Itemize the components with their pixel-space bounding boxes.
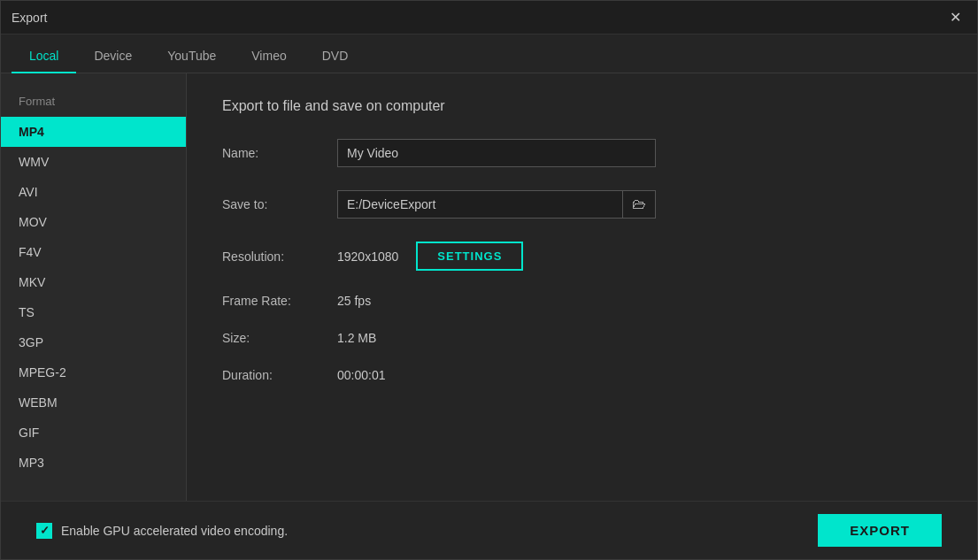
panel-title: Export to file and save on computer (222, 98, 942, 114)
gpu-checkbox-label: Enable GPU accelerated video encoding. (61, 524, 288, 538)
folder-icon: 🗁 (632, 196, 646, 211)
sidebar-item-gif[interactable]: GIF (1, 418, 186, 448)
tab-local[interactable]: Local (12, 40, 76, 73)
export-window: Export ✕ Local Device YouTube Vimeo DVD … (0, 0, 978, 560)
duration-label: Duration: (222, 368, 337, 382)
format-label: Format (1, 89, 186, 117)
tab-device[interactable]: Device (76, 40, 150, 73)
gpu-checkbox[interactable] (36, 523, 52, 539)
sidebar-item-avi[interactable]: AVI (1, 177, 186, 207)
save-to-label: Save to: (222, 197, 337, 211)
sidebar-item-webm[interactable]: WEBM (1, 387, 186, 418)
name-input[interactable] (337, 139, 656, 167)
main-panel: Export to file and save on computer Name… (187, 73, 977, 501)
frame-rate-value: 25 fps (337, 294, 371, 308)
frame-rate-label: Frame Rate: (222, 294, 337, 308)
export-button[interactable]: EXPORT (818, 514, 942, 547)
name-label: Name: (222, 146, 337, 160)
tab-dvd[interactable]: DVD (304, 40, 366, 73)
sidebar-item-wmv[interactable]: WMV (1, 147, 186, 177)
tab-youtube[interactable]: YouTube (150, 40, 234, 73)
duration-value: 00:00:01 (337, 368, 386, 382)
title-bar: Export ✕ (1, 1, 977, 35)
gpu-checkbox-wrapper[interactable]: Enable GPU accelerated video encoding. (36, 523, 288, 539)
folder-button[interactable]: 🗁 (622, 191, 655, 218)
close-button[interactable]: ✕ (944, 7, 966, 27)
resolution-label: Resolution: (222, 249, 337, 264)
tab-bar: Local Device YouTube Vimeo DVD (1, 35, 977, 73)
save-to-wrapper: 🗁 (337, 190, 656, 219)
sidebar-item-ts[interactable]: TS (1, 297, 186, 327)
sidebar-item-mov[interactable]: MOV (1, 207, 186, 237)
size-row: Size: 1.2 MB (222, 331, 942, 345)
resolution-value: 1920x1080 (337, 249, 398, 264)
settings-button[interactable]: SETTINGS (416, 242, 523, 271)
size-label: Size: (222, 331, 337, 345)
size-value: 1.2 MB (337, 331, 376, 345)
sidebar-item-mkv[interactable]: MKV (1, 267, 186, 297)
duration-row: Duration: 00:00:01 (222, 368, 942, 382)
sidebar: Format MP4 WMV AVI MOV F4V MKV TS 3GP MP… (1, 73, 187, 501)
frame-rate-row: Frame Rate: 25 fps (222, 294, 942, 308)
save-to-row: Save to: 🗁 (222, 190, 942, 219)
content-area: Format MP4 WMV AVI MOV F4V MKV TS 3GP MP… (1, 73, 977, 501)
save-to-input[interactable] (338, 191, 622, 218)
sidebar-item-mp4[interactable]: MP4 (1, 117, 186, 147)
resolution-row: Resolution: 1920x1080 SETTINGS (222, 242, 942, 271)
name-row: Name: (222, 139, 942, 167)
bottom-bar: Enable GPU accelerated video encoding. E… (1, 501, 977, 559)
sidebar-item-mpeg2[interactable]: MPEG-2 (1, 357, 186, 387)
sidebar-item-f4v[interactable]: F4V (1, 237, 186, 267)
sidebar-item-mp3[interactable]: MP3 (1, 448, 186, 478)
sidebar-item-3gp[interactable]: 3GP (1, 327, 186, 357)
tab-vimeo[interactable]: Vimeo (234, 40, 304, 73)
window-title: Export (12, 11, 47, 25)
